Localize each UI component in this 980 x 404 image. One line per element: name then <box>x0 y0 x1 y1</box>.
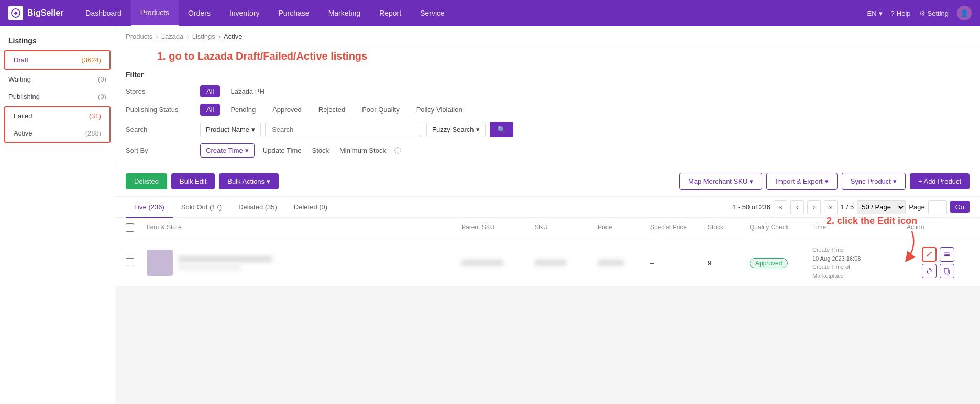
header-action: Action <box>907 223 970 233</box>
delisted-button[interactable]: Delisted <box>126 173 167 189</box>
filter-statuses: All Pending Approved Rejected Poor Quali… <box>200 104 469 116</box>
nav-service[interactable]: Service <box>411 0 454 26</box>
sidebar-item-waiting[interactable]: Waiting (0) <box>0 71 115 88</box>
filter-store-name[interactable]: Lazada PH <box>224 85 270 97</box>
search-field-selector[interactable]: Product Name ▾ <box>200 122 261 137</box>
page-number-input[interactable] <box>928 200 947 214</box>
nav-purchase[interactable]: Purchase <box>269 0 319 26</box>
breadcrumb-lazada[interactable]: Lazada <box>161 32 184 40</box>
bulk-edit-button[interactable]: Bulk Edit <box>171 173 215 189</box>
nav-marketing[interactable]: Marketing <box>319 0 370 26</box>
header-checkbox-col <box>126 223 147 233</box>
bulk-actions-button[interactable]: Bulk Actions ▾ <box>219 173 279 189</box>
sidebar-item-publishing[interactable]: Publishing (0) <box>0 88 115 105</box>
filter-search-row: Search Product Name ▾ Fuzzy Search ▾ 🔍 <box>126 122 970 137</box>
search-type-selector[interactable]: Fuzzy Search ▾ <box>426 122 485 137</box>
tab-live[interactable]: Live (236) <box>126 197 173 218</box>
special-price-dash: – <box>650 259 654 267</box>
filter-status-approved[interactable]: Approved <box>266 104 308 116</box>
row-select-checkbox[interactable] <box>126 258 134 266</box>
add-product-button[interactable]: + Add Product <box>910 173 970 189</box>
chevron-down-icon: ▾ <box>750 177 753 185</box>
chevron-down-icon: ▾ <box>893 177 897 185</box>
nav-products[interactable]: Products <box>131 0 179 26</box>
logo-icon <box>8 6 23 20</box>
page-go-button[interactable]: Go <box>950 201 970 213</box>
nav-orders[interactable]: Orders <box>179 0 220 26</box>
sort-create-time[interactable]: Create Time ▾ <box>200 143 255 158</box>
user-avatar[interactable]: 👤 <box>957 6 972 20</box>
sort-stock[interactable]: Stock <box>310 144 332 157</box>
nav-dashboard[interactable]: Dashboard <box>76 0 131 26</box>
filter-status-rejected[interactable]: Rejected <box>312 104 351 116</box>
header-time: Time <box>812 223 907 233</box>
language-selector[interactable]: EN ▾ <box>867 9 882 17</box>
price-value <box>598 260 624 266</box>
nav-inventory[interactable]: Inventory <box>220 0 269 26</box>
search-button[interactable]: 🔍 <box>490 122 513 137</box>
tab-sold-out[interactable]: Sold Out (17) <box>173 197 230 218</box>
help-icon: ? <box>891 9 895 17</box>
import-export-button[interactable]: Import & Export ▾ <box>766 173 837 190</box>
page-next-button[interactable]: › <box>807 200 821 214</box>
sort-min-stock[interactable]: Minimum Stock <box>337 144 388 157</box>
filter-status-poor-quality[interactable]: Poor Quality <box>356 104 406 116</box>
chevron-down-icon: ▾ <box>267 177 270 185</box>
toolbar-right: Map Merchant SKU ▾ Import & Export ▾ Syn… <box>679 173 970 190</box>
copy-icon[interactable] <box>940 264 954 278</box>
list-icon[interactable] <box>940 247 954 262</box>
filter-stores-all[interactable]: All <box>200 85 220 97</box>
page-prev-button[interactable]: ‹ <box>790 200 804 214</box>
toolbar: Delisted Bulk Edit Bulk Actions ▾ Map Me… <box>115 166 980 197</box>
header-quality-check: Quality Check <box>750 223 812 233</box>
filter-status-pending[interactable]: Pending <box>224 104 262 116</box>
tab-deleted[interactable]: Deleted (0) <box>285 197 336 218</box>
sidebar-draft-box: Draft (3624) <box>4 50 111 70</box>
filter-search-label: Search <box>126 126 194 133</box>
help-link[interactable]: ? Help <box>891 9 911 17</box>
app-logo[interactable]: BigSeller <box>8 6 63 20</box>
time-label: Create Time <box>812 245 907 254</box>
tab-delisted[interactable]: Delisted (35) <box>230 197 285 218</box>
nav-report[interactable]: Report <box>370 0 411 26</box>
filter-search-content: Product Name ▾ Fuzzy Search ▾ 🔍 <box>200 122 513 137</box>
search-icon: 🔍 <box>497 126 506 133</box>
row-checkbox <box>126 258 147 268</box>
breadcrumb-products[interactable]: Products <box>126 32 152 40</box>
product-info <box>178 254 461 272</box>
header-item-store: Item & Store <box>147 223 461 233</box>
sidebar-item-failed[interactable]: Failed (31) <box>5 107 109 125</box>
sku-value <box>535 260 566 266</box>
filter-status-label: Publishing Status <box>126 106 194 114</box>
edit-icon[interactable] <box>922 247 937 262</box>
select-all-checkbox[interactable] <box>126 223 134 232</box>
search-field-label: Product Name <box>206 126 249 133</box>
annotation-step1: 1. go to Lazada Draft/Failed/Active list… <box>157 50 367 62</box>
action-icons <box>907 247 970 278</box>
filter-status-policy-violation[interactable]: Policy Violation <box>410 104 469 116</box>
pagination: 1 - 50 of 236 « ‹ › » 1 / 5 50 / Page 10… <box>732 200 970 214</box>
nav-menu: Dashboard Products Orders Inventory Purc… <box>76 0 867 26</box>
chevron-down-icon: ▾ <box>879 9 883 17</box>
map-merchant-sku-button[interactable]: Map Merchant SKU ▾ <box>679 173 762 190</box>
product-name <box>178 256 272 262</box>
filter-stores-label: Stores <box>126 87 194 95</box>
breadcrumb-listings[interactable]: Listings <box>192 32 215 40</box>
sort-update-time[interactable]: Update Time <box>261 144 304 157</box>
filter-status-all[interactable]: All <box>200 104 220 116</box>
main-content: Products › Lazada › Listings › Active 1. <box>115 26 980 404</box>
sidebar-item-active[interactable]: Active (288) <box>5 125 109 142</box>
sidebar-item-draft[interactable]: Draft (3624) <box>5 51 109 69</box>
page-label: Page <box>909 203 924 211</box>
page-last-button[interactable]: » <box>824 200 838 214</box>
page-first-button[interactable]: « <box>774 200 787 214</box>
settings-link[interactable]: ⚙ Setting <box>919 9 949 17</box>
per-page-selector[interactable]: 50 / Page 100 / Page <box>857 200 906 214</box>
sync-product-button[interactable]: Sync Product ▾ <box>842 173 906 190</box>
sort-help-icon[interactable]: ⓘ <box>394 146 401 155</box>
refresh-icon[interactable] <box>922 264 937 278</box>
filter-sortby-label: Sort By <box>126 147 194 154</box>
search-input[interactable] <box>265 122 422 137</box>
parent-sku-value <box>461 260 503 266</box>
user-icon: 👤 <box>960 9 968 17</box>
